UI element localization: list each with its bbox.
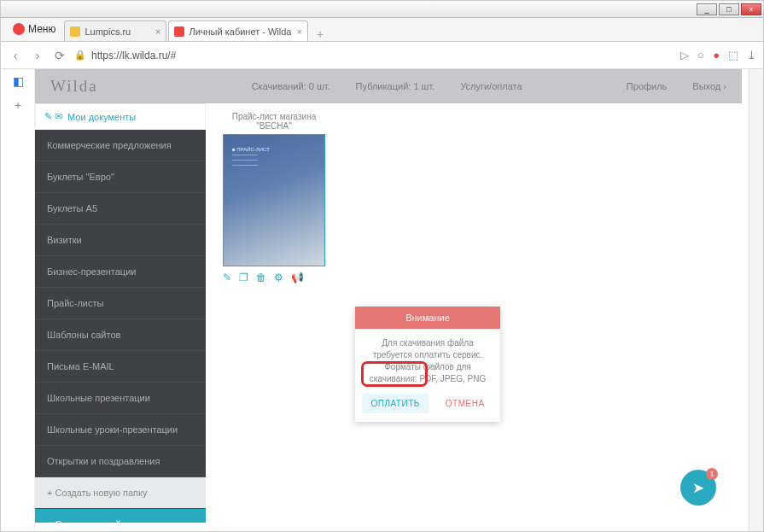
sidebar-item[interactable]: Открытки и поздравления xyxy=(35,446,206,477)
address-bar: ‹ › ⟳ 🔒 https://lk.wilda.ru/# ▷ ○ ● ⬚ ⤓ xyxy=(1,42,763,69)
side-rail-add-button[interactable]: + xyxy=(1,93,35,117)
opera-badge-icon[interactable]: ● xyxy=(713,49,720,61)
vertical-scrollbar[interactable] xyxy=(749,69,763,531)
extension-icon[interactable]: ⬚ xyxy=(728,49,738,61)
edit-icon[interactable]: ✎ xyxy=(223,272,231,284)
sidebar-new-folder[interactable]: + Создать новую папку xyxy=(35,477,206,509)
edit-icon: ✎ ✉ xyxy=(44,111,62,122)
share-icon[interactable]: 📢 xyxy=(291,272,304,284)
attention-modal: Внимание Для скачивания файла требуется … xyxy=(355,307,500,422)
favicon-icon xyxy=(174,26,184,37)
vpn-icon[interactable]: ○ xyxy=(697,49,704,61)
bookmark-icon[interactable]: ▷ xyxy=(680,49,689,61)
settings-icon[interactable]: ⚙ xyxy=(274,272,283,284)
modal-title: Внимание xyxy=(355,307,500,329)
sidebar-item[interactable]: Шаблоны сайтов xyxy=(35,319,206,351)
tab-close-icon[interactable]: × xyxy=(291,26,301,37)
sidebar-item[interactable]: Прайс-листы xyxy=(35,288,206,319)
page-content: Wilda Скачиваний: 0 шт. Публикаций: 1 шт… xyxy=(35,69,742,523)
tab-close-icon[interactable]: × xyxy=(150,26,160,37)
sidebar-item[interactable]: Буклеты "Евро" xyxy=(35,161,206,193)
tab-title: Личный кабинет - Wilda xyxy=(189,26,291,37)
opera-menu-label: Меню xyxy=(28,23,55,35)
downloads-icon[interactable]: ⤓ xyxy=(747,49,756,61)
thumb-preview: ■ ПРАЙС-ЛИСТ───────────────────── xyxy=(232,147,316,167)
modal-body: Для скачивания файла требуется оплатить … xyxy=(355,329,500,385)
window-minimize-button[interactable]: _ xyxy=(697,3,717,15)
opera-menu-button[interactable]: Меню xyxy=(4,17,64,41)
url-text: https://lk.wilda.ru/# xyxy=(91,50,176,61)
cancel-button[interactable]: ОТМЕНА xyxy=(437,394,493,413)
modal-footer: ОПЛАТИТЬ ОТМЕНА xyxy=(355,385,500,422)
opera-icon xyxy=(13,23,25,35)
nav-forward-button[interactable]: › xyxy=(30,49,45,62)
document-toolbar: ✎ ❐ 🗑 ⚙ 📢 xyxy=(223,272,725,284)
tab-lumpics[interactable]: Lumpics.ru × xyxy=(64,20,166,41)
favicon-icon xyxy=(70,26,80,37)
window-maximize-button[interactable]: □ xyxy=(719,3,739,15)
sidebar-item[interactable]: Коммерческие предложения xyxy=(35,130,206,161)
chat-button[interactable]: ➤ 1 xyxy=(680,470,716,506)
url-input[interactable]: 🔒 https://lk.wilda.ru/# xyxy=(74,50,674,61)
copy-icon[interactable]: ❐ xyxy=(239,272,248,284)
tab-wilda[interactable]: Личный кабинет - Wilda × xyxy=(168,20,307,41)
sidebar-item[interactable]: Бизнес-презентации xyxy=(35,256,206,288)
document-title: Прайс-лист магазина "ВЕСНА" xyxy=(223,112,325,131)
sidebar-mydocs-label: Мои документы xyxy=(67,112,136,122)
sidebar-new-document[interactable]: + Создать новый документ xyxy=(35,509,206,523)
sidebar-item[interactable]: Школьные уроки-презентации xyxy=(35,414,206,446)
send-icon: ➤ xyxy=(692,479,704,497)
window-close-button[interactable]: × xyxy=(741,3,761,15)
lock-icon: 🔒 xyxy=(74,50,86,61)
sidebar-my-documents[interactable]: ✎ ✉ Мои документы xyxy=(35,103,206,130)
tab-title: Lumpics.ru xyxy=(85,26,131,37)
wilda-sidebar: ✎ ✉ Мои документы Коммерческие предложен… xyxy=(35,103,206,523)
document-thumbnail[interactable]: ■ ПРАЙС-ЛИСТ───────────────────── xyxy=(223,134,325,266)
nav-back-button[interactable]: ‹ xyxy=(8,49,23,62)
nav-reload-button[interactable]: ⟳ xyxy=(52,49,67,62)
chat-badge: 1 xyxy=(706,468,718,480)
pay-button[interactable]: ОПЛАТИТЬ xyxy=(362,394,428,413)
delete-icon[interactable]: 🗑 xyxy=(256,272,266,284)
sidebar-item[interactable]: Визитки xyxy=(35,225,206,256)
sidebar-item[interactable]: Письма E-MAIL xyxy=(35,351,206,383)
sidebar-item[interactable]: Школьные презентации xyxy=(35,383,206,414)
pocket-icon[interactable]: ◧ xyxy=(1,69,35,93)
new-tab-button[interactable]: + xyxy=(310,27,330,41)
browser-side-rail: ◧ + xyxy=(1,69,35,530)
sidebar-item[interactable]: Буклеты А5 xyxy=(35,193,206,225)
window-title-bar: _ □ × xyxy=(1,1,763,18)
tab-strip: Меню Lumpics.ru × Личный кабинет - Wilda… xyxy=(1,18,763,42)
